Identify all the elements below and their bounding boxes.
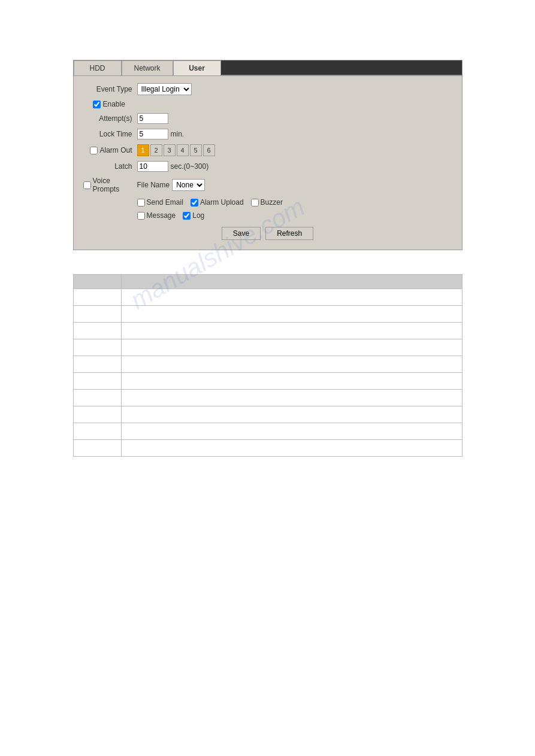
col2-header: [121, 275, 462, 289]
event-type-row: Event Type Illegal Login: [83, 83, 452, 95]
buzzer-item: Buzzer: [251, 198, 283, 207]
buzzer-checkbox[interactable]: [251, 199, 259, 207]
alarm-btn-1[interactable]: 1: [137, 144, 149, 156]
alarm-out-row: Alarm Out 1 2 3 4 5 6: [83, 144, 452, 156]
table-cell-col1: [73, 339, 121, 356]
table-cell-col2: [121, 323, 462, 339]
enable-label: Enable: [103, 100, 125, 108]
table-row: [73, 356, 462, 373]
log-item: Log: [183, 211, 204, 220]
table-row: [73, 440, 462, 457]
table-header-row: [73, 275, 462, 289]
table-cell-col2: [121, 373, 462, 390]
tab-bar: HDD Network User: [74, 60, 462, 76]
table-cell-col1: [73, 356, 121, 373]
attempts-input[interactable]: [137, 113, 168, 124]
latch-unit: sec.(0~300): [171, 162, 209, 171]
tab-network[interactable]: Network: [122, 60, 173, 75]
attempts-row: Attempt(s): [83, 113, 452, 124]
log-label: Log: [192, 211, 204, 220]
bottom-table-section: [73, 274, 463, 457]
data-table: [73, 274, 463, 457]
table-row: [73, 390, 462, 406]
latch-input[interactable]: [137, 161, 168, 172]
notifications-row: Send Email Alarm Upload Buzzer: [83, 198, 452, 207]
enable-checkbox[interactable]: [93, 101, 101, 108]
refresh-button[interactable]: Refresh: [265, 227, 313, 240]
voice-prompts-checkbox[interactable]: [83, 181, 91, 189]
message-log-row: Message Log: [83, 211, 452, 220]
send-email-checkbox[interactable]: [137, 199, 145, 207]
alarm-out-buttons: 1 2 3 4 5 6: [137, 144, 215, 156]
table-cell-col2: [121, 289, 462, 306]
message-item: Message: [137, 211, 176, 220]
table-cell-col1: [73, 440, 121, 457]
lock-time-label: Lock Time: [83, 130, 137, 138]
alarm-btn-3[interactable]: 3: [164, 144, 176, 156]
message-log-group: Message Log: [137, 211, 205, 220]
latch-row: Latch sec.(0~300): [83, 161, 452, 172]
log-checkbox[interactable]: [183, 212, 191, 220]
save-button[interactable]: Save: [222, 227, 261, 240]
file-name-select[interactable]: None: [172, 179, 205, 191]
lock-time-input[interactable]: [137, 129, 168, 139]
alarm-btn-5[interactable]: 5: [190, 144, 202, 156]
table-cell-col2: [121, 339, 462, 356]
table-cell-col2: [121, 356, 462, 373]
table-cell-col2: [121, 306, 462, 323]
table-cell-col1: [73, 390, 121, 406]
alarm-btn-6[interactable]: 6: [203, 144, 215, 156]
file-name-label: File Name: [137, 181, 170, 189]
alarm-upload-label: Alarm Upload: [200, 198, 244, 207]
alarm-upload-item: Alarm Upload: [191, 198, 244, 207]
alarm-btn-4[interactable]: 4: [177, 144, 189, 156]
table-row: [73, 306, 462, 323]
attempts-label: Attempt(s): [83, 114, 137, 123]
table-row: [73, 406, 462, 423]
tab-user[interactable]: User: [173, 60, 221, 75]
message-checkbox[interactable]: [137, 212, 145, 220]
table-row: [73, 373, 462, 390]
table-row: [73, 339, 462, 356]
table-cell-col1: [73, 423, 121, 440]
voice-prompts-row: Voice Prompts File Name None: [83, 177, 452, 193]
send-email-label: Send Email: [147, 198, 183, 207]
table-cell-col1: [73, 373, 121, 390]
event-type-select[interactable]: Illegal Login: [137, 83, 192, 95]
table-row: [73, 423, 462, 440]
table-cell-col2: [121, 440, 462, 457]
table-cell-col1: [73, 306, 121, 323]
table-row: [73, 289, 462, 306]
table-cell-col1: [73, 406, 121, 423]
table-cell-col1: [73, 323, 121, 339]
table-cell-col2: [121, 423, 462, 440]
table-row: [73, 323, 462, 339]
tab-spacer: [221, 60, 462, 75]
settings-panel: HDD Network User Event Type Illegal Logi…: [73, 60, 463, 250]
alarm-out-label: Alarm Out: [99, 146, 132, 154]
send-email-item: Send Email: [137, 198, 183, 207]
form-area: Event Type Illegal Login Enable Attempt(…: [74, 76, 462, 250]
table-cell-col1: [73, 289, 121, 306]
alarm-out-checkbox[interactable]: [90, 147, 98, 154]
table-cell-col2: [121, 390, 462, 406]
button-row: Save Refresh: [83, 227, 452, 240]
enable-row: Enable: [83, 100, 452, 108]
tab-hdd[interactable]: HDD: [74, 60, 122, 75]
table-cell-col2: [121, 406, 462, 423]
latch-label: Latch: [83, 162, 137, 171]
message-label: Message: [147, 211, 176, 220]
voice-prompts-label: Voice Prompts: [93, 177, 132, 193]
lock-time-unit: min.: [171, 130, 185, 138]
event-type-label: Event Type: [83, 85, 137, 93]
buzzer-label: Buzzer: [261, 198, 283, 207]
lock-time-row: Lock Time min.: [83, 129, 452, 139]
alarm-upload-checkbox[interactable]: [191, 199, 198, 207]
alarm-btn-2[interactable]: 2: [150, 144, 162, 156]
notifications-group: Send Email Alarm Upload Buzzer: [137, 198, 283, 207]
col1-header: [73, 275, 121, 289]
